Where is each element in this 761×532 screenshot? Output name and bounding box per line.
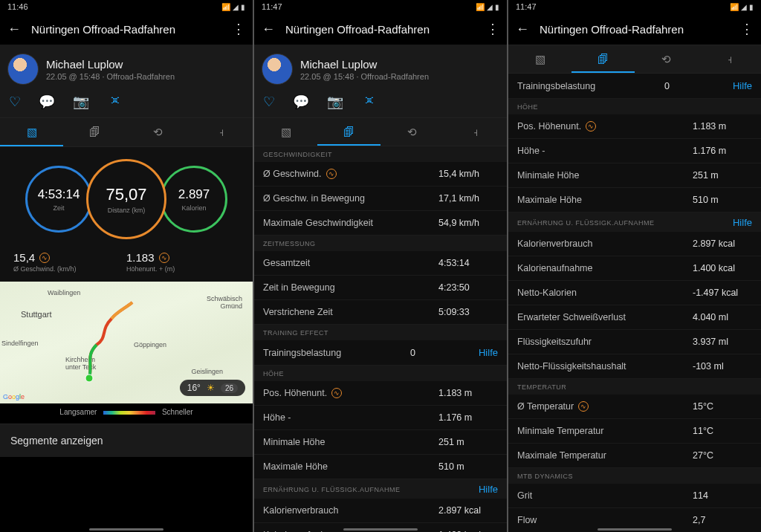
stat-row[interactable]: Maximale Höhe510 m: [508, 188, 761, 213]
camera-icon[interactable]: 📷: [73, 94, 89, 110]
stat-value: -1.497 kcal: [693, 288, 752, 298]
more-icon[interactable]: ⋮: [740, 21, 754, 37]
tab-stats[interactable]: 🗐: [317, 118, 380, 146]
circle-distance[interactable]: 75,07 Distanz (km): [86, 159, 166, 239]
stat-value: 510 m: [693, 195, 752, 205]
stat-row[interactable]: Erwarteter Schweißverlust4.040 ml: [508, 305, 761, 330]
tab-charts[interactable]: ⫞: [698, 45, 761, 73]
stat-row[interactable]: Pos. Höhenunt.∿1.183 m: [254, 381, 507, 406]
stat-row[interactable]: Verstrichene Zeit5:09:33: [254, 300, 507, 325]
tab-overview[interactable]: ▧: [0, 118, 63, 146]
stat-row[interactable]: Flüssigkeitszufuhr3.937 ml: [508, 330, 761, 354]
user-name: Michael Luplow: [300, 58, 429, 71]
stat-row[interactable]: Netto-Flüssigkeitshaushalt-103 ml: [508, 354, 761, 379]
page-title: Nürtingen Offroad-Radfahren: [540, 23, 730, 36]
tab-overview[interactable]: ▧: [508, 45, 571, 73]
stats-list[interactable]: GESCHWINDIGKEITØ Geschwind.∿15,4 km/hØ G…: [254, 146, 507, 532]
stat-value: 4:23:50: [438, 282, 498, 293]
stat-value: 1.183 m: [693, 121, 752, 132]
help-link[interactable]: Hilfe: [479, 347, 498, 358]
stat-row[interactable]: Trainingsbelastung0Hilfe: [254, 340, 507, 366]
stat-row[interactable]: Grit114: [508, 484, 761, 508]
stat-row[interactable]: Maximale Geschwindigkeit54,9 km/h: [254, 211, 507, 236]
tab-laps[interactable]: ⟲: [380, 118, 444, 146]
tab-laps[interactable]: ⟲: [126, 118, 190, 146]
stat-label: Erwarteter Schweißverlust: [517, 312, 693, 322]
tab-charts[interactable]: ⫞: [190, 118, 253, 146]
status-icons: 📶 ◢ ▮: [476, 3, 499, 11]
stat-row[interactable]: Kalorienverbrauch2.897 kcal: [508, 232, 761, 256]
comment-icon[interactable]: 💬: [39, 94, 55, 110]
share-icon[interactable]: ⪤: [107, 94, 120, 110]
avatar[interactable]: [262, 53, 293, 85]
stat-row[interactable]: Trainingsbelastung0Hilfe: [508, 74, 761, 99]
stat-row[interactable]: Kalorienaufnahme1.400 kcal: [508, 256, 761, 281]
comment-icon[interactable]: 💬: [293, 94, 309, 110]
back-icon[interactable]: ←: [262, 22, 275, 37]
circle-time[interactable]: 4:53:14 Zeit: [25, 166, 92, 233]
tab-stats[interactable]: 🗐: [571, 45, 635, 73]
help-link[interactable]: Hilfe: [733, 80, 752, 91]
like-icon[interactable]: ♡: [263, 94, 275, 110]
nav-handle[interactable]: [598, 528, 672, 531]
help-link[interactable]: Hilfe: [733, 217, 752, 228]
page-title: Nürtingen Offroad-Radfahren: [31, 23, 221, 36]
stat-value: 510 m: [438, 461, 498, 472]
stat-row[interactable]: Minimale Höhe251 m: [254, 430, 507, 455]
stat-label: Höhe -: [263, 412, 438, 423]
stat-row[interactable]: Minimale Temperatur11°C: [508, 419, 761, 444]
segments-link[interactable]: Segmente anzeigen: [0, 424, 253, 457]
tab-laps[interactable]: ⟲: [635, 45, 698, 73]
stat-row[interactable]: Höhe -1.176 m: [254, 406, 507, 430]
like-icon[interactable]: ♡: [9, 94, 21, 110]
stat-label: Maximale Geschwindigkeit: [263, 218, 438, 228]
trend-icon: ∿: [159, 253, 169, 263]
camera-icon[interactable]: 📷: [327, 94, 343, 110]
stat-row[interactable]: Maximale Höhe510 m: [254, 455, 507, 479]
stat-label: Pos. Höhenunt.∿: [263, 388, 438, 398]
profile-header: Michael Luplow 22.05 @ 15:48 · Offroad-R…: [254, 45, 507, 91]
svg-point-0: [85, 374, 93, 382]
stat-row[interactable]: Ø Geschwind.∿15,4 km/h: [254, 162, 507, 186]
tab-stats[interactable]: 🗐: [63, 118, 126, 146]
back-icon[interactable]: ←: [516, 22, 529, 37]
stat-label: Pos. Höhenunt.∿: [517, 121, 693, 132]
help-link[interactable]: Hilfe: [479, 484, 498, 495]
stat-row[interactable]: Gesamtzeit4:53:14: [254, 251, 507, 276]
stat-row[interactable]: Maximale Temperatur27°C: [508, 444, 761, 468]
stat-row[interactable]: Ø Temperatur∿15°C: [508, 395, 761, 419]
nav-handle[interactable]: [343, 528, 418, 531]
stat-row[interactable]: Zeit in Bewegung4:23:50: [254, 276, 507, 300]
stat-row[interactable]: Netto-Kalorien-1.497 kcal: [508, 281, 761, 305]
action-row: ♡ 💬 📷 ⪤: [0, 91, 253, 117]
circle-calories[interactable]: 2.897 Kalorien: [161, 166, 227, 233]
stat-row[interactable]: Kalorienaufnahme1.400 kcal: [254, 523, 507, 532]
status-icons: 📶 ◢ ▮: [221, 3, 245, 11]
stat-value: 251 m: [693, 170, 752, 181]
share-icon[interactable]: ⪤: [361, 94, 375, 110]
stat-row[interactable]: Minimale Höhe251 m: [508, 163, 761, 188]
stat-row[interactable]: Pos. Höhenunt.∿1.183 m: [508, 114, 761, 139]
stat-label: Zeit in Bewegung: [263, 282, 438, 293]
back-icon[interactable]: ←: [7, 22, 21, 37]
stats-list[interactable]: Trainingsbelastung0HilfeHÖHEPos. Höhenun…: [508, 74, 761, 532]
stat-row[interactable]: Kalorienverbrauch2.897 kcal: [254, 499, 507, 523]
tab-bar: ▧ 🗐 ⟲ ⫞: [0, 117, 253, 147]
stat-label: Kalorienverbrauch: [517, 239, 693, 249]
avatar[interactable]: [7, 53, 39, 85]
stat-value: 1.176 m: [438, 412, 498, 423]
stat-label: Minimale Höhe: [517, 170, 693, 181]
tab-charts[interactable]: ⫞: [444, 118, 507, 146]
more-icon[interactable]: ⋮: [232, 21, 245, 37]
stat-row[interactable]: Ø Geschw. in Bewegung17,1 km/h: [254, 186, 507, 211]
more-icon[interactable]: ⋮: [486, 21, 499, 37]
stat-row[interactable]: Höhe -1.176 m: [508, 139, 761, 163]
nav-handle[interactable]: [89, 528, 163, 531]
weather-badge[interactable]: 16° ☀ 26: [180, 380, 245, 396]
stat-value: 251 m: [438, 437, 498, 447]
tab-overview[interactable]: ▧: [254, 118, 317, 146]
route-path: [74, 296, 149, 386]
stat-value: 15,4 km/h: [438, 169, 498, 179]
phone-screen-2: 11:47 📶 ◢ ▮ ← Nürtingen Offroad-Radfahre…: [254, 0, 507, 532]
map-view[interactable]: Waiblingen Stuttgart Schwäbisch Gmünd Si…: [0, 282, 253, 403]
